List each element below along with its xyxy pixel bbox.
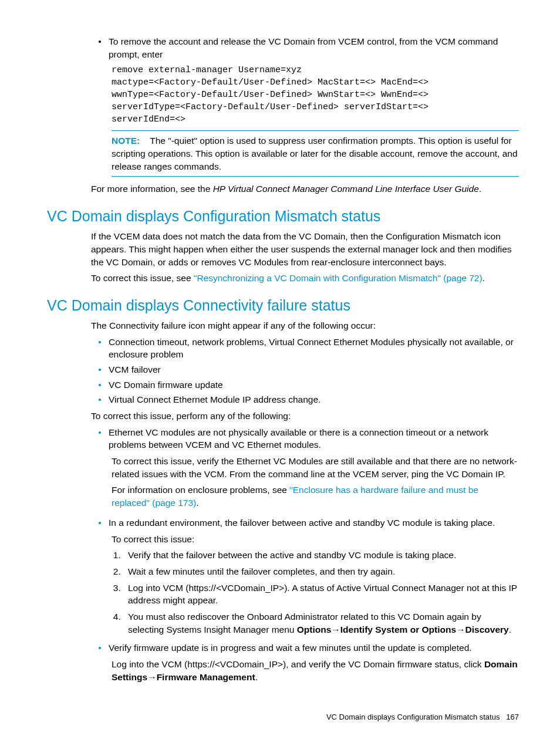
list-item: • Ethernet VC modules are not physically… xyxy=(91,426,519,451)
arrow-icon: → xyxy=(331,625,340,634)
bullet-icon: • xyxy=(91,642,109,654)
body-text: Verify firmware update is in progress an… xyxy=(109,642,519,654)
bullet-icon: • xyxy=(91,426,109,451)
bullet-icon: • xyxy=(91,393,109,406)
list-item: • VC Domain firmware update xyxy=(91,379,519,391)
list-item: • Verify firmware update is in progress … xyxy=(91,642,519,654)
list-item: • Virtual Connect Ethernet Module IP add… xyxy=(91,393,519,406)
text-span: For information on enclosure problems, s… xyxy=(112,485,289,495)
list-item: Wait a few minutes until the failover co… xyxy=(123,565,519,578)
body-text: To correct this issue, perform any of th… xyxy=(91,410,519,423)
list-item: Log into VCM (https://<VCDomain_IP>). A … xyxy=(123,582,519,607)
text-span: Log into the VCM (https://<VCDomain_IP>)… xyxy=(112,659,484,669)
bullet-icon: • xyxy=(91,379,109,391)
body-text: In a redundant environment, the failover… xyxy=(109,517,519,529)
body-text: Log into the VCM (https://<VCDomain_IP>)… xyxy=(112,658,519,683)
bullet-icon: • xyxy=(91,363,109,376)
list-item: • VCM failover xyxy=(91,363,519,376)
text-span: To correct this issue, see xyxy=(91,273,194,283)
bullet-icon: • xyxy=(91,35,109,60)
body-text: To correct this issue, verify the Ethern… xyxy=(112,455,519,480)
text-span: . xyxy=(196,498,198,508)
text-bold: Discovery xyxy=(465,625,509,634)
list-item: • To remove the account and release the … xyxy=(91,35,519,60)
page-number: 167 xyxy=(506,713,519,721)
arrow-icon: → xyxy=(147,672,157,682)
code-block: remove external-manager Username=xyz mac… xyxy=(112,64,519,126)
list-item: You must also rediscover the Onboard Adm… xyxy=(123,610,519,636)
note-body: The "-quiet" option is used to suppress … xyxy=(112,136,518,171)
body-text: Ethernet VC modules are not physically a… xyxy=(109,426,519,451)
bullet-icon: • xyxy=(91,336,109,361)
text-bold: Identify System or Options xyxy=(340,625,456,634)
text-bold: Firmware Management xyxy=(157,672,255,682)
body-text: For information on enclosure problems, s… xyxy=(112,484,519,509)
list-item: • In a redundant environment, the failov… xyxy=(91,517,519,529)
body-text: To correct this issue: xyxy=(112,533,519,546)
arrow-icon: → xyxy=(456,625,465,634)
body-text: VCM failover xyxy=(109,363,519,376)
text-span: . xyxy=(509,625,511,634)
text-span: . xyxy=(483,273,485,283)
section-heading: VC Domain displays Configuration Mismatc… xyxy=(47,206,519,227)
body-text: The Connectivity failure icon might appe… xyxy=(91,319,519,332)
list-item: • Connection timeout, network problems, … xyxy=(91,336,519,361)
text-bold: Options xyxy=(297,625,332,634)
list-item: Verify that the failover between the act… xyxy=(123,549,519,562)
document-page: • To remove the account and release the … xyxy=(0,0,560,746)
note-label: NOTE: xyxy=(112,136,140,146)
note-box: NOTE: The "-quiet" option is used to sup… xyxy=(112,130,519,177)
bullet-icon: • xyxy=(91,517,109,529)
body-text: Virtual Connect Ethernet Module IP addre… xyxy=(109,393,519,406)
cross-reference-link[interactable]: "Resynchronizing a VC Domain with Config… xyxy=(194,273,483,283)
page-footer: VC Domain displays Configuration Mismatc… xyxy=(326,712,519,723)
body-text: Connection timeout, network problems, Vi… xyxy=(109,336,519,361)
body-text: To remove the account and release the VC… xyxy=(109,35,519,60)
ordered-list: Verify that the failover between the act… xyxy=(123,549,519,636)
body-text: For more information, see the HP Virtual… xyxy=(91,183,519,195)
body-text: VC Domain firmware update xyxy=(109,379,519,391)
text-span: For more information, see the xyxy=(91,184,213,194)
body-text: If the VCEM data does not match the data… xyxy=(91,230,519,268)
citation-title: HP Virtual Connect Manager Command Line … xyxy=(213,184,479,194)
text-span: . xyxy=(479,184,481,194)
text-span: . xyxy=(255,672,258,682)
section-heading: VC Domain displays Connectivity failure … xyxy=(47,295,519,316)
body-text: To correct this issue, see "Resynchroniz… xyxy=(91,272,519,285)
note-text xyxy=(143,136,150,146)
footer-title: VC Domain displays Configuration Mismatc… xyxy=(326,713,500,721)
